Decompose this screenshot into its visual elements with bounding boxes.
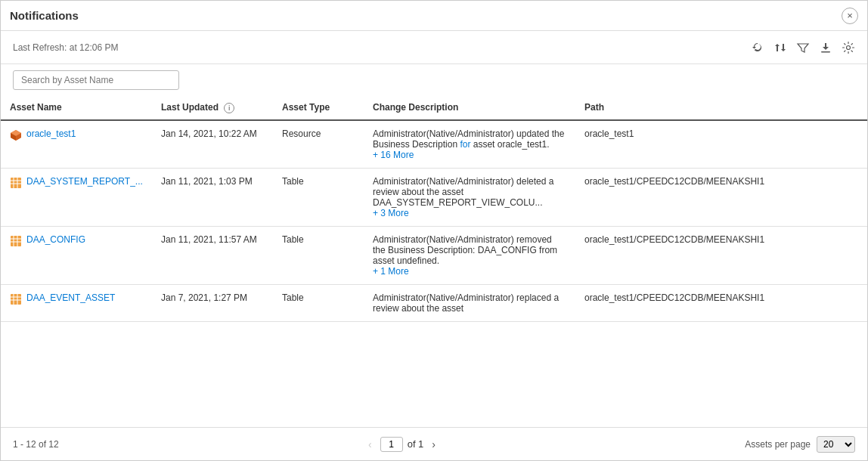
asset-name-link[interactable]: DAA_SYSTEM_REPORT_...	[26, 176, 143, 187]
path-cell: oracle_test1/CPEEDC12CDB/MEENAKSHI1	[575, 226, 867, 284]
pagination-range: 1 - 12 of 12	[13, 439, 59, 450]
svg-rect-6	[11, 178, 21, 188]
change-desc-cell: Administrator(Native/Administrator) remo…	[364, 226, 575, 284]
asset-type-cell: Table	[273, 284, 364, 321]
last-updated-cell: Jan 11, 2021, 11:57 AM	[152, 226, 273, 284]
per-page-select[interactable]: 20 10 50 100	[817, 436, 855, 453]
title-bar-right: ×	[842, 8, 858, 24]
change-desc-text: Administrator(Native/Administrator) dele…	[373, 176, 553, 208]
svg-rect-0	[821, 51, 830, 53]
asset-name-cell: DAA_EVENT_ASSET	[1, 284, 152, 321]
asset-type-cell: Table	[273, 226, 364, 284]
path-cell: oracle_test1/CPEEDC12CDB/MEENAKSHI1	[575, 168, 867, 226]
change-desc-text: Administrator(Native/Administrator) upda…	[373, 128, 564, 150]
footer-right: Assets per page 20 10 50 100	[745, 436, 855, 453]
close-button[interactable]: ×	[842, 8, 858, 24]
path-cell: oracle_test1/CPEEDC12CDB/MEENAKSHI1	[575, 284, 867, 321]
title-bar: Notifications ×	[1, 1, 867, 31]
more-link[interactable]: + 3 More	[373, 208, 409, 218]
asset-type-icon	[10, 177, 22, 191]
table-header: Asset Name Last Updated i Asset Type Cha…	[1, 96, 867, 120]
last-updated-info-icon[interactable]: i	[224, 103, 234, 113]
col-header-path: Path	[575, 96, 867, 120]
table-row: DAA_SYSTEM_REPORT_... Jan 11, 2021, 1:03…	[1, 168, 867, 226]
table-body: oracle_test1 Jan 14, 2021, 10:22 AM Reso…	[1, 120, 867, 322]
last-updated-cell: Jan 14, 2021, 10:22 AM	[152, 120, 273, 169]
col-header-last-updated: Last Updated i	[152, 96, 273, 120]
download-icon[interactable]	[819, 41, 832, 54]
change-desc-text: Administrator(Native/Administrator) remo…	[373, 234, 557, 266]
sort-icon[interactable]	[773, 41, 787, 54]
table-container: Asset Name Last Updated i Asset Type Cha…	[1, 96, 867, 427]
col-header-change-desc: Change Description	[364, 96, 575, 120]
asset-name-link[interactable]: DAA_CONFIG	[26, 234, 85, 245]
asset-type-icon	[10, 129, 22, 144]
pagination-controls: ‹ of 1 ›	[364, 437, 439, 452]
asset-name-cell: oracle_test1	[1, 120, 152, 169]
toolbar: Last Refresh: at 12:06 PM	[1, 31, 867, 64]
last-updated-cell: Jan 7, 2021, 1:27 PM	[152, 284, 273, 321]
notifications-table: Asset Name Last Updated i Asset Type Cha…	[1, 96, 867, 322]
last-refresh-text: Last Refresh: at 12:06 PM	[13, 42, 118, 53]
col-header-asset-type: Asset Type	[273, 96, 364, 120]
asset-type-icon	[10, 235, 22, 249]
path-cell: oracle_test1	[575, 120, 867, 169]
filter-icon[interactable]	[796, 41, 810, 54]
refresh-icon[interactable]	[751, 41, 764, 54]
change-desc-cell: Administrator(Native/Administrator) dele…	[364, 168, 575, 226]
svg-rect-11	[11, 236, 21, 246]
svg-point-1	[847, 45, 851, 49]
more-link[interactable]: + 16 More	[373, 150, 414, 160]
page-number-input[interactable]	[380, 437, 403, 452]
footer: 1 - 12 of 12 ‹ of 1 › Assets per page 20…	[1, 427, 867, 460]
asset-type-cell: Table	[273, 168, 364, 226]
asset-type-icon	[10, 293, 22, 308]
search-bar	[1, 64, 867, 96]
settings-icon[interactable]	[842, 41, 855, 54]
next-page-button[interactable]: ›	[428, 437, 439, 452]
change-desc-cell: Administrator(Native/Administrator) upda…	[364, 120, 575, 169]
more-link[interactable]: + 1 More	[373, 266, 409, 277]
toolbar-icons	[751, 41, 855, 54]
prev-page-button[interactable]: ‹	[364, 437, 376, 452]
page-of-label: of 1	[408, 438, 424, 450]
col-header-asset-name: Asset Name	[1, 96, 152, 120]
asset-name-link[interactable]: oracle_test1	[26, 128, 76, 139]
asset-type-cell: Resource	[273, 120, 364, 169]
notifications-window: Notifications × Last Refresh: at 12:06 P…	[0, 0, 868, 461]
assets-per-page-label: Assets per page	[745, 439, 811, 450]
table-row: oracle_test1 Jan 14, 2021, 10:22 AM Reso…	[1, 120, 867, 169]
asset-name-cell: DAA_CONFIG	[1, 226, 152, 284]
window-title: Notifications	[10, 9, 79, 22]
table-row: DAA_EVENT_ASSET Jan 7, 2021, 1:27 PM Tab…	[1, 284, 867, 321]
change-desc-cell: Administrator(Native/Administrator) repl…	[364, 284, 575, 321]
desc-link[interactable]: for	[460, 139, 470, 150]
asset-name-cell: DAA_SYSTEM_REPORT_...	[1, 168, 152, 226]
change-desc-text: Administrator(Native/Administrator) repl…	[373, 292, 559, 314]
search-input[interactable]	[13, 70, 179, 90]
last-updated-cell: Jan 11, 2021, 1:03 PM	[152, 168, 273, 226]
svg-rect-16	[11, 294, 21, 305]
asset-name-link[interactable]: DAA_EVENT_ASSET	[26, 292, 115, 303]
table-row: DAA_CONFIG Jan 11, 2021, 11:57 AM Table …	[1, 226, 867, 284]
